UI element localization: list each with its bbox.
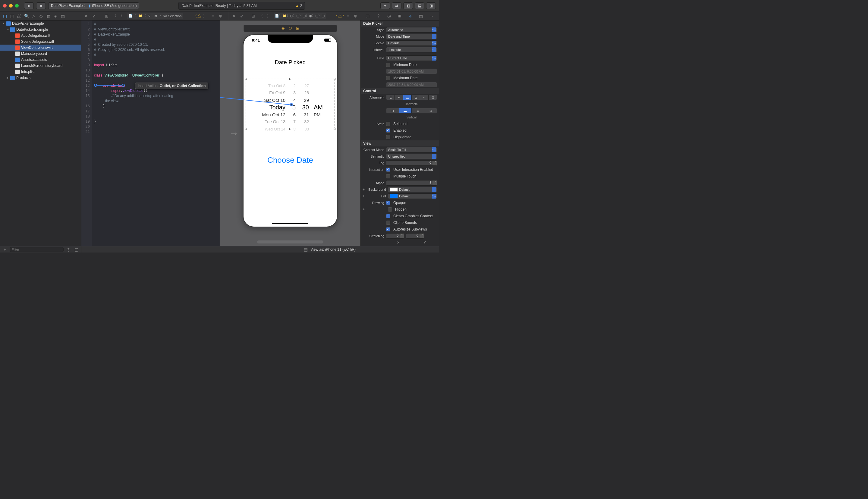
code-review-button[interactable]: ⇄ bbox=[392, 2, 402, 9]
uie-checkbox[interactable] bbox=[386, 168, 390, 172]
run-button[interactable]: ▶ bbox=[24, 2, 34, 9]
expand-icon[interactable]: ⤢ bbox=[91, 13, 97, 19]
adjust-editor-icon[interactable]: ≡ bbox=[210, 13, 216, 19]
mode-select[interactable]: Date and Time⌃⌄ bbox=[386, 34, 437, 39]
ib-icon-3[interactable]: ▣ bbox=[296, 26, 299, 31]
issue-navigator-icon[interactable]: △ bbox=[31, 13, 37, 19]
ib-add-editor-icon[interactable]: ⊕ bbox=[353, 13, 359, 19]
min-date-field[interactable]: 1970-01-01, 6:00:00 AM bbox=[386, 69, 437, 74]
stretch-x-field[interactable]: 0▲▼ bbox=[386, 233, 404, 239]
find-navigator-icon[interactable]: 🔍 bbox=[24, 13, 29, 19]
stretch-y-field[interactable]: 0▲▼ bbox=[406, 233, 424, 239]
add-target-icon[interactable]: + bbox=[2, 246, 8, 253]
status-text: DatePickerExample: Ready | Today at 5:37… bbox=[182, 4, 257, 8]
style-select[interactable]: Automatic⌃⌄ bbox=[386, 27, 437, 33]
file-row[interactable]: AppDelegate.swift bbox=[0, 33, 81, 39]
code-content[interactable]: // // ViewController.swift // DatePicker… bbox=[92, 21, 220, 246]
group-row[interactable]: ▼ DatePickerExample bbox=[0, 26, 81, 33]
view-as-bar[interactable]: ▤ View as: iPhone 11 (wC hR) bbox=[299, 246, 360, 253]
interface-builder-canvas[interactable]: ◉ ⬡ ▣ → 9:41 Date Picked Thu Oct 8227 F bbox=[220, 21, 360, 246]
close-editor-icon[interactable]: ✕ bbox=[83, 13, 89, 19]
project-navigator-icon[interactable]: ▢ bbox=[2, 13, 8, 19]
close-window[interactable] bbox=[3, 4, 7, 8]
ib-issue-icon[interactable]: 〈△〉 bbox=[337, 13, 343, 19]
ib-jump-bar[interactable]: 📄〉📁〉▢〉▢〉▢〉◉〉▢〉▢ bbox=[274, 13, 326, 19]
issue-next-icon[interactable]: 〉 bbox=[202, 13, 208, 19]
test-navigator-icon[interactable]: ◇ bbox=[38, 13, 44, 19]
date-select[interactable]: Current Date⌃⌄ bbox=[386, 56, 437, 61]
ars-checkbox[interactable] bbox=[386, 227, 390, 231]
choose-date-button[interactable]: Choose Date bbox=[244, 156, 337, 165]
device-bar[interactable]: ◉ ⬡ ▣ bbox=[244, 25, 337, 32]
file-row[interactable]: LaunchScreen.storyboard bbox=[0, 63, 81, 69]
date-picker[interactable]: Thu Oct 8227 Fri Oct 9328 Sat Oct 10429 … bbox=[244, 82, 337, 133]
file-row[interactable]: Assets.xcassets bbox=[0, 57, 81, 63]
hidden-checkbox[interactable] bbox=[388, 207, 392, 211]
expand-ib-icon[interactable]: ⤢ bbox=[239, 13, 245, 19]
breakpoint-navigator-icon[interactable]: ◈ bbox=[52, 13, 59, 19]
debug-navigator-icon[interactable]: ▦ bbox=[45, 13, 51, 19]
issue-prev-icon[interactable]: 〈△ bbox=[194, 13, 200, 19]
toggle-inspector[interactable]: ◨ bbox=[426, 2, 436, 9]
related-items-icon[interactable]: ⊞ bbox=[104, 13, 110, 19]
project-row[interactable]: ▼ DatePickerExample bbox=[0, 21, 81, 26]
file-row-selected[interactable]: ViewController.swift bbox=[0, 45, 81, 51]
ib-icon-1[interactable]: ◉ bbox=[281, 26, 284, 31]
report-navigator-icon[interactable]: ▤ bbox=[60, 13, 66, 19]
toggle-debug-area[interactable]: ⬓ bbox=[415, 2, 424, 9]
outlet-connector-source[interactable] bbox=[94, 84, 97, 87]
document-outline-icon[interactable]: ▤ bbox=[303, 246, 309, 253]
ib-related-icon[interactable]: ⊞ bbox=[250, 13, 256, 19]
activity-status[interactable]: DatePickerExample: Ready | Today at 5:37… bbox=[179, 2, 305, 10]
content-mode-select[interactable]: Scale To Fill⌃⌄ bbox=[386, 147, 437, 153]
scheme-selector[interactable]: DatePickerExample 〉 ▮ iPhone SE (2nd gen… bbox=[48, 2, 139, 9]
navigator-filter[interactable] bbox=[10, 247, 64, 252]
recent-filter-icon[interactable]: ◷ bbox=[65, 246, 71, 253]
ib-adjust-icon[interactable]: ≡ bbox=[345, 13, 351, 19]
max-date-field[interactable]: 2037-12-31, 6:00:00 AM bbox=[386, 82, 437, 87]
file-row[interactable]: Main.storyboard bbox=[0, 51, 81, 57]
file-row[interactable]: SceneDelegate.swift bbox=[0, 39, 81, 45]
tint-select[interactable]: Default⌃⌄ bbox=[388, 193, 437, 199]
source-control-navigator-icon[interactable]: ◫ bbox=[9, 13, 15, 19]
ib-back-icon[interactable]: 〈 bbox=[258, 13, 264, 19]
products-row[interactable]: ▶ Products bbox=[0, 75, 81, 81]
add-editor-icon[interactable]: ⊕ bbox=[218, 13, 224, 19]
tag-field[interactable]: 0▲▼ bbox=[386, 160, 437, 166]
interval-select[interactable]: 1 minute⌃⌄ bbox=[386, 47, 437, 52]
line-gutter: 123456789101112131415161718192021 bbox=[81, 21, 92, 246]
library-button[interactable]: + bbox=[380, 2, 390, 9]
selected-checkbox[interactable] bbox=[386, 122, 390, 126]
enabled-checkbox[interactable] bbox=[386, 129, 390, 133]
canvas-scrollbar[interactable] bbox=[257, 241, 323, 243]
opaque-checkbox[interactable] bbox=[386, 201, 390, 205]
ib-icon-2[interactable]: ⬡ bbox=[289, 26, 292, 31]
code-editor[interactable]: 123456789101112131415161718192021 // // … bbox=[81, 21, 220, 246]
alignment-vertical[interactable]: ⊓▬⊔⊡ bbox=[386, 108, 437, 113]
ctb-checkbox[interactable] bbox=[386, 221, 390, 225]
alpha-field[interactable]: 1▲▼ bbox=[386, 180, 437, 186]
symbol-navigator-icon[interactable]: 品 bbox=[16, 13, 22, 19]
file-row[interactable]: Info.plist bbox=[0, 69, 81, 75]
title-label[interactable]: Date Picked bbox=[244, 59, 337, 66]
zoom-window[interactable] bbox=[15, 4, 19, 8]
locale-select[interactable]: Default⌃⌄ bbox=[386, 40, 437, 46]
minimize-window[interactable] bbox=[9, 4, 13, 8]
warning-indicator[interactable]: ▲ 2 bbox=[295, 4, 302, 8]
close-ib-editor-icon[interactable]: ✕ bbox=[231, 13, 237, 19]
alignment-horizontal[interactable]: ⊏≡▬⊐↔⊡ bbox=[386, 95, 437, 100]
back-icon[interactable]: 〈 bbox=[111, 13, 118, 19]
forward-icon[interactable]: 〉 bbox=[119, 13, 125, 19]
ib-forward-icon[interactable]: 〉 bbox=[266, 13, 272, 19]
highlighted-checkbox[interactable] bbox=[386, 135, 390, 139]
background-select[interactable]: Default⌃⌄ bbox=[388, 187, 437, 192]
scm-filter-icon[interactable]: ▢ bbox=[73, 246, 79, 253]
stop-button[interactable]: ■ bbox=[36, 2, 46, 9]
toggle-navigator[interactable]: ◧ bbox=[403, 2, 413, 9]
max-date-checkbox[interactable] bbox=[386, 76, 390, 80]
min-date-checkbox[interactable] bbox=[386, 63, 390, 67]
semantic-select[interactable]: Unspecified⌃⌄ bbox=[386, 154, 437, 159]
mt-checkbox[interactable] bbox=[386, 174, 390, 179]
jump-bar[interactable]: 📄〉📁〉Vi…ift 〉No Selection bbox=[127, 13, 183, 19]
cgc-checkbox[interactable] bbox=[386, 214, 390, 218]
